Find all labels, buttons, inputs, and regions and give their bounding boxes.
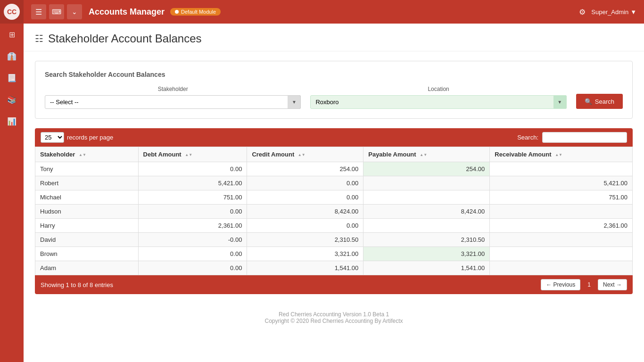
cell-receivable: 751.00 — [490, 190, 633, 205]
cell-receivable — [490, 247, 633, 261]
hamburger-button[interactable]: ☰ — [31, 4, 46, 19]
apps-button[interactable]: ⌨ — [49, 4, 64, 19]
col-stakeholder-label: Stakeholder — [40, 151, 75, 158]
cell-payable — [363, 219, 490, 233]
showing-entries: Showing 1 to 8 of 8 entries — [41, 281, 113, 288]
cell-payable: 3,321.00 — [363, 247, 490, 261]
next-button[interactable]: Next → — [598, 279, 627, 290]
table-search-group: Search: — [517, 132, 627, 143]
search-button[interactable]: 🔍 Search — [576, 94, 623, 109]
table-row: David-0.002,310.502,310.50 — [35, 233, 633, 247]
data-table: Stakeholder ▲▼ Debt Amount ▲▼ Credit Amo… — [35, 147, 633, 275]
stakeholder-label: Stakeholder — [45, 86, 301, 92]
cell-payable: 8,424.00 — [363, 205, 490, 219]
footer-copyright: Red Cherries Accounting Version 1.0 Beta… — [24, 304, 644, 332]
content-area: ☷ Stakeholder Account Balances Search St… — [24, 24, 644, 362]
default-module-label: Default Module — [181, 9, 216, 15]
table-row: Robert5,421.000.005,421.00 — [35, 176, 633, 190]
cell-debt: 0.00 — [138, 205, 247, 219]
cell-credit: 8,424.00 — [247, 205, 363, 219]
cell-debt: 751.00 — [138, 190, 247, 205]
location-dropdown-arrow[interactable]: ▼ — [553, 95, 567, 109]
cell-debt: 2,361.00 — [138, 219, 247, 233]
svg-text:CC: CC — [7, 8, 17, 16]
table-row: Brown0.003,321.003,321.00 — [35, 247, 633, 261]
copyright-line1: Red Cherries Accounting Version 1.0 Beta… — [31, 311, 636, 318]
sidebar-item-charts[interactable]: 📊 — [0, 110, 24, 132]
cell-receivable — [490, 205, 633, 219]
topnav: ☰ ⌨ ⌄ Accounts Manager Default Module ⚙ … — [24, 0, 644, 24]
col-stakeholder[interactable]: Stakeholder ▲▼ — [35, 147, 139, 162]
copyright-line2: Copyright © 2020 Red Cherries Accounting… — [31, 318, 636, 324]
app-title: Accounts Manager — [89, 7, 165, 17]
cell-receivable — [490, 162, 633, 176]
app-logo[interactable]: CC — [0, 0, 24, 24]
cell-credit: 2,310.50 — [247, 233, 363, 247]
stakeholder-select[interactable]: -- Select -- — [45, 95, 301, 109]
stakeholder-form-group: Stakeholder -- Select -- ▼ — [45, 86, 301, 109]
col-credit[interactable]: Credit Amount ▲▼ — [247, 147, 363, 162]
col-credit-label: Credit Amount — [252, 151, 294, 158]
table-row: Adam0.001,541.001,541.00 — [35, 261, 633, 275]
cell-debt: -0.00 — [138, 233, 247, 247]
cell-credit: 0.00 — [247, 219, 363, 233]
prev-button[interactable]: ← Previous — [541, 279, 580, 290]
page-1-button[interactable]: 1 — [582, 279, 596, 290]
default-module-badge: Default Module — [170, 8, 221, 16]
cell-credit: 254.00 — [247, 162, 363, 176]
sort-stakeholder-icon: ▲▼ — [79, 153, 86, 157]
table-row: Hudson0.008,424.008,424.00 — [35, 205, 633, 219]
sidebar-item-ledger[interactable]: 📚 — [0, 89, 24, 110]
location-select[interactable]: Roxboro — [310, 95, 566, 109]
col-debt[interactable]: Debt Amount ▲▼ — [138, 147, 247, 162]
table-row: Tony0.00254.00254.00 — [35, 162, 633, 176]
cell-payable — [363, 190, 490, 205]
col-payable-label: Payable Amount — [368, 151, 416, 158]
sidebar-item-dashboard[interactable]: ⊞ — [0, 24, 24, 45]
sidebar-item-accounts[interactable]: 👔 — [0, 45, 24, 67]
search-form: Stakeholder -- Select -- ▼ Location Roxb… — [45, 86, 623, 109]
table-search-input[interactable] — [542, 132, 627, 143]
records-per-page-select[interactable]: 25 50 100 — [41, 132, 64, 143]
settings-button[interactable]: ⚙ — [579, 8, 586, 16]
sort-payable-icon: ▲▼ — [420, 153, 427, 157]
search-section: Search Stakeholder Account Balances Stak… — [35, 61, 633, 119]
search-button-wrapper: 🔍 Search — [576, 94, 623, 109]
sidebar: CC ⊞ 👔 📃 📚 📊 — [0, 0, 24, 362]
search-section-title: Search Stakeholder Account Balances — [45, 71, 623, 78]
cell-payable — [363, 176, 490, 190]
cell-stakeholder: Tony — [35, 162, 139, 176]
col-payable[interactable]: Payable Amount ▲▼ — [363, 147, 490, 162]
cell-stakeholder: Brown — [35, 247, 139, 261]
pagination: ← Previous 1 Next → — [541, 279, 627, 290]
admin-user-button[interactable]: Super_Admin ▼ — [591, 8, 636, 16]
sort-debt-icon: ▲▼ — [185, 153, 192, 157]
cell-payable: 2,310.50 — [363, 233, 490, 247]
cell-stakeholder: Hudson — [35, 205, 139, 219]
sidebar-item-reports[interactable]: 📃 — [0, 67, 24, 89]
cell-receivable: 2,361.00 — [490, 219, 633, 233]
admin-username: Super_Admin — [591, 8, 628, 16]
table-section: 25 50 100 records per page Search: Sta — [35, 128, 633, 294]
table-icon: ☷ — [35, 33, 43, 44]
cell-stakeholder: Harry — [35, 219, 139, 233]
cell-receivable: 5,421.00 — [490, 176, 633, 190]
col-receivable-label: Receivable Amount — [495, 151, 551, 158]
stakeholder-dropdown-arrow[interactable]: ▼ — [288, 95, 301, 109]
cell-credit: 0.00 — [247, 176, 363, 190]
sort-credit-icon: ▲▼ — [298, 153, 305, 157]
search-icon: 🔍 — [585, 98, 592, 105]
col-debt-label: Debt Amount — [143, 151, 182, 158]
cell-stakeholder: Adam — [35, 261, 139, 275]
location-label: Location — [310, 86, 566, 92]
chevron-button[interactable]: ⌄ — [67, 4, 82, 19]
table-footer: Showing 1 to 8 of 8 entries ← Previous 1… — [35, 275, 633, 294]
table-header-row: Stakeholder ▲▼ Debt Amount ▲▼ Credit Amo… — [35, 147, 633, 162]
topnav-right: ⚙ Super_Admin ▼ — [579, 8, 636, 16]
table-row: Harry2,361.000.002,361.00 — [35, 219, 633, 233]
admin-chevron-icon: ▼ — [630, 8, 636, 16]
badge-dot — [175, 10, 179, 14]
grid-icon: ⊞ — [9, 30, 15, 39]
col-receivable[interactable]: Receivable Amount ▲▼ — [490, 147, 633, 162]
location-select-wrapper: Roxboro ▼ — [310, 95, 566, 109]
